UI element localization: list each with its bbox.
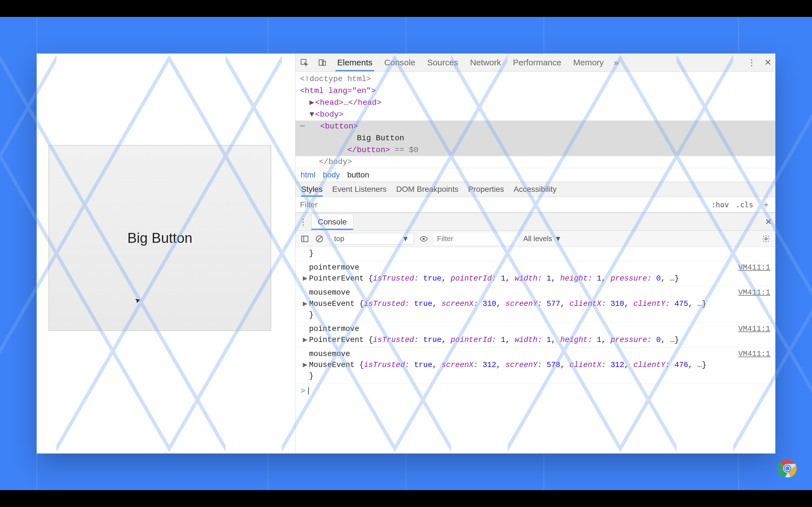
dom-body-close: </body> xyxy=(319,158,352,166)
subtab-event-listeners[interactable]: Event Listeners xyxy=(332,185,387,196)
svg-line-6 xyxy=(317,237,322,241)
browser-window: Big Button ➤ Elements Console xyxy=(37,54,775,453)
cls-toggle[interactable]: .cls xyxy=(732,201,757,209)
tab-memory[interactable]: Memory xyxy=(571,54,605,71)
svg-rect-1 xyxy=(319,60,323,65)
kebab-menu-icon[interactable]: ⋮ xyxy=(748,57,756,67)
breadcrumb-body[interactable]: body xyxy=(323,170,340,179)
dom-button-close: </button> xyxy=(347,146,390,154)
devtools-tabstrip: Elements Console Sources Network Perform… xyxy=(296,54,775,71)
console-log-list: }pointermoveVM411:1▶PointerEvent {isTrus… xyxy=(296,247,775,453)
dom-selected-node[interactable]: ⋯ <button> Big Button </button> == $0 xyxy=(296,121,775,156)
devtools-panel: Elements Console Sources Network Perform… xyxy=(295,54,775,453)
tab-performance[interactable]: Performance xyxy=(511,54,563,71)
log-source-link[interactable]: VM411:1 xyxy=(739,349,770,360)
dom-html-open: <html lang="en"> xyxy=(300,87,376,95)
tab-console[interactable]: Console xyxy=(383,54,417,71)
cursor-icon: ➤ xyxy=(134,295,142,305)
svg-point-8 xyxy=(765,238,767,240)
disclosure-down-icon[interactable]: ▼ xyxy=(310,109,315,121)
styles-subtabs: Styles Event Listeners DOM Breakpoints P… xyxy=(296,182,775,197)
log-levels-selector[interactable]: All levels ▼ xyxy=(523,234,562,243)
console-toolbar: top ▼ All levels ▼ xyxy=(296,231,775,247)
svg-point-13 xyxy=(785,466,790,471)
tab-sources[interactable]: Sources xyxy=(425,54,460,71)
breadcrumb-button[interactable]: button xyxy=(347,170,369,179)
chevron-down-icon: ▼ xyxy=(402,234,409,243)
slide-background: Big Button ➤ Elements Console xyxy=(0,17,812,490)
console-log-entry[interactable]: mousemoveVM411:1▶MouseEvent {isTrusted: … xyxy=(296,348,775,384)
chrome-logo-icon xyxy=(777,459,797,478)
big-button[interactable]: Big Button ➤ xyxy=(49,145,271,331)
chevron-down-icon: ▼ xyxy=(555,234,562,243)
drawer-kebab-icon[interactable]: ⋮ xyxy=(299,217,307,227)
styles-filter-bar: :hov .cls ＋ xyxy=(296,197,775,213)
new-style-rule-icon[interactable]: ＋ xyxy=(757,199,775,210)
console-sidebar-toggle-icon[interactable] xyxy=(300,234,310,244)
page-viewport: Big Button ➤ xyxy=(37,54,295,453)
drawer-close-icon[interactable]: ✕ xyxy=(765,217,772,227)
console-log-entry[interactable]: pointermoveVM411:1▶PointerEvent {isTrust… xyxy=(296,323,775,348)
disclosure-right-icon[interactable]: ▶ xyxy=(303,273,307,284)
svg-rect-2 xyxy=(322,61,325,65)
big-button-label: Big Button xyxy=(128,230,193,246)
context-selector-label: top xyxy=(334,234,344,243)
dom-body-open: <body> xyxy=(315,110,344,119)
console-log-entry[interactable]: pointermoveVM411:1▶PointerEvent {isTrust… xyxy=(296,261,775,286)
dom-tree[interactable]: <!doctype html> <html lang="en"> ▶<head>… xyxy=(296,71,775,168)
close-devtools-icon[interactable]: ✕ xyxy=(764,57,771,67)
subtab-properties[interactable]: Properties xyxy=(468,185,504,196)
breadcrumb-html[interactable]: html xyxy=(301,170,315,179)
hov-toggle[interactable]: :hov xyxy=(708,201,732,209)
breadcrumb: html body button xyxy=(296,168,775,182)
log-source-link[interactable]: VM411:1 xyxy=(739,262,770,273)
console-drawer-header: ⋮ Console ✕ xyxy=(296,213,775,231)
svg-point-7 xyxy=(423,238,425,240)
tab-network[interactable]: Network xyxy=(468,54,503,71)
clear-console-icon[interactable] xyxy=(315,234,324,244)
disclosure-right-icon[interactable]: ▶ xyxy=(303,298,307,309)
styles-filter-input[interactable] xyxy=(296,200,708,209)
context-selector[interactable]: top ▼ xyxy=(329,233,414,244)
inspect-icon[interactable] xyxy=(299,58,309,67)
log-levels-label: All levels xyxy=(523,234,552,243)
subtab-accessibility[interactable]: Accessibility xyxy=(514,185,557,196)
live-expression-icon[interactable] xyxy=(419,234,428,244)
disclosure-right-icon[interactable]: ▶ xyxy=(303,335,307,346)
console-log-entry[interactable]: mousemoveVM411:1▶MouseEvent {isTrusted: … xyxy=(296,286,775,322)
tab-elements[interactable]: Elements xyxy=(336,54,374,71)
subtab-styles[interactable]: Styles xyxy=(301,185,322,196)
tabs-overflow-icon[interactable]: » xyxy=(614,58,619,67)
drawer-tab-console[interactable]: Console xyxy=(311,214,353,230)
console-prompt[interactable]: > xyxy=(296,384,775,399)
dom-head: <head>…</head> xyxy=(315,98,382,107)
console-log-entry[interactable]: } xyxy=(296,247,775,261)
log-source-link[interactable]: VM411:1 xyxy=(739,287,770,298)
dom-doctype: <!doctype html> xyxy=(300,75,371,83)
dom-inspected-suffix: == $0 xyxy=(390,146,418,154)
dom-button-open: <button> xyxy=(320,122,358,131)
subtab-dom-breakpoints[interactable]: DOM Breakpoints xyxy=(396,185,458,196)
console-settings-icon[interactable] xyxy=(761,234,771,244)
svg-rect-3 xyxy=(302,236,308,242)
ellipsis-icon[interactable]: ⋯ xyxy=(300,121,311,132)
device-toggle-icon[interactable] xyxy=(317,58,327,67)
log-source-link[interactable]: VM411:1 xyxy=(739,324,770,335)
dom-button-text: Big Button xyxy=(357,134,404,143)
disclosure-right-icon[interactable]: ▶ xyxy=(303,360,307,371)
disclosure-right-icon[interactable]: ▶ xyxy=(310,97,315,109)
console-filter-input[interactable] xyxy=(434,233,518,245)
